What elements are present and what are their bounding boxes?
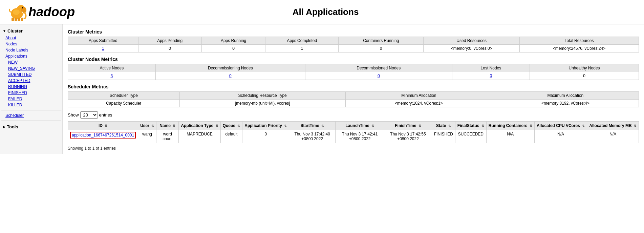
queue-sort-icon[interactable]: ⇅ [237, 124, 240, 128]
cell-final-status: SUCCEEDED [455, 130, 486, 143]
tools-section-header[interactable]: ▶ Tools [0, 123, 62, 131]
col-max-allocation: Maximum Allocation [492, 92, 639, 100]
launch-time-sort-icon[interactable]: ⇅ [371, 124, 374, 128]
showing-note: Showing 1 to 1 of 1 entries [68, 146, 639, 151]
val-unhealthy-nodes: 0 [530, 72, 639, 80]
cluster-arrow-icon: ▼ [3, 29, 6, 33]
col-final-status: FinalStatus ⇅ [455, 122, 486, 130]
final-status-sort-icon[interactable]: ⇅ [481, 124, 484, 128]
cell-finish-time: Thu Nov 3 17:42:55 +0800 2022 [384, 130, 432, 143]
cluster-section: ▼ Cluster About Nodes Node Labels Applic… [0, 27, 62, 119]
col-unhealthy-nodes: Unhealthy Nodes [530, 64, 639, 72]
tools-label: Tools [7, 124, 18, 129]
hadoop-text: hadoop [28, 5, 75, 19]
page-title: All Applications [75, 7, 637, 17]
cell-allocated-cpu: N/A [534, 130, 587, 143]
sidebar-item-about[interactable]: About [0, 35, 62, 41]
logo: hadoop [7, 3, 75, 21]
user-sort-icon[interactable]: ⇅ [151, 124, 154, 128]
cluster-label: Cluster [7, 28, 23, 34]
id-sort-icon[interactable]: ⇅ [105, 124, 107, 128]
cell-running-containers: N/A [486, 130, 534, 143]
allocated-memory-sort-icon[interactable]: ⇅ [634, 124, 637, 128]
col-name: Name ⇅ [156, 122, 179, 130]
apps-table-header-row: ID ⇅ User ⇅ Name ⇅ Application Type ⇅ [68, 122, 639, 130]
app-id-link[interactable]: application_1667467261514_0001 [70, 132, 136, 139]
col-app-type: Application Type ⇅ [179, 122, 220, 130]
main-content: Cluster Metrics Apps Submitted Apps Pend… [63, 24, 644, 154]
cell-user: wang [138, 130, 156, 143]
val-decommissioned-nodes: 0 [305, 72, 452, 80]
val-scheduling-resource-type: [memory-mb (unit=Mi), vcores] [179, 100, 345, 107]
allocated-cpu-sort-icon[interactable]: ⇅ [582, 124, 585, 128]
sidebar-item-new[interactable]: NEW [0, 59, 62, 65]
col-apps-running: Apps Running [201, 37, 265, 45]
entries-label: entries [99, 112, 112, 118]
sidebar-item-killed[interactable]: KILLED [0, 102, 62, 108]
apps-submitted-link[interactable]: 1 [102, 46, 104, 51]
col-decommissioned-nodes: Decommissioned Nodes [305, 64, 452, 72]
col-finish-time: FinishTime ⇅ [384, 122, 432, 130]
col-total-resources: Total Resources [520, 37, 639, 45]
applications-table: ID ⇅ User ⇅ Name ⇅ Application Type ⇅ [68, 121, 639, 143]
tools-section: ▶ Tools [0, 123, 62, 131]
cell-priority: 0 [242, 130, 289, 143]
sidebar-item-submitted[interactable]: SUBMITTED [0, 71, 62, 78]
col-used-resources: Used Resources [424, 37, 520, 45]
sidebar-item-scheduler[interactable]: Scheduler [0, 112, 62, 119]
sidebar-item-node-labels[interactable]: Node Labels [0, 47, 62, 53]
val-decommissioning-nodes: 0 [155, 72, 305, 80]
sidebar-item-nodes[interactable]: Nodes [0, 41, 62, 47]
main-layout: ▼ Cluster About Nodes Node Labels Applic… [0, 24, 644, 154]
scheduler-metrics-title: Scheduler Metrics [68, 84, 639, 89]
cell-app-id: application_1667467261514_0001 [68, 130, 138, 143]
col-allocated-memory: Allocated Memory MB ⇅ [587, 122, 639, 130]
svg-rect-4 [12, 18, 14, 21]
running-containers-sort-icon[interactable]: ⇅ [530, 124, 532, 128]
col-min-allocation: Minimum Allocation [345, 92, 492, 100]
sidebar-item-accepted[interactable]: ACCEPTED [0, 78, 62, 84]
col-active-nodes: Active Nodes [68, 64, 156, 72]
active-nodes-link[interactable]: 3 [111, 73, 113, 78]
scheduler-metrics-table: Scheduler Type Scheduling Resource Type … [68, 91, 639, 107]
finish-time-sort-icon[interactable]: ⇅ [418, 124, 421, 128]
col-containers-running: Containers Running [339, 37, 424, 45]
svg-rect-5 [15, 18, 17, 21]
decommissioned-link[interactable]: 0 [378, 73, 380, 78]
lost-nodes-link[interactable]: 0 [490, 73, 492, 78]
col-scheduling-resource-type: Scheduling Resource Type [179, 92, 345, 100]
sidebar-item-new-saving[interactable]: NEW_SAVING [0, 65, 62, 71]
val-apps-pending: 0 [138, 45, 201, 52]
col-lost-nodes: Lost Nodes [452, 64, 530, 72]
val-apps-running: 0 [201, 45, 265, 52]
cluster-metrics-table: Apps Submitted Apps Pending Apps Running… [68, 37, 639, 52]
col-apps-pending: Apps Pending [138, 37, 201, 45]
sidebar-item-failed[interactable]: FAILED [0, 96, 62, 102]
val-max-allocation: <memory:8192, vCores:4> [492, 100, 639, 107]
col-user: User ⇅ [138, 122, 156, 130]
start-time-sort-icon[interactable]: ⇅ [321, 124, 324, 128]
col-state: State ⇅ [432, 122, 455, 130]
val-total-resources: <memory:24576, vCores:24> [520, 45, 639, 52]
sidebar-divider [1, 110, 61, 110]
sidebar-item-running[interactable]: RUNNING [0, 84, 62, 90]
sidebar-item-applications[interactable]: Applications [0, 53, 62, 59]
cluster-nodes-row: 3 0 0 0 0 [68, 72, 639, 80]
app-type-sort-icon[interactable]: ⇅ [216, 124, 218, 128]
entries-select[interactable]: 10 20 50 100 [80, 111, 98, 119]
state-sort-icon[interactable]: ⇅ [448, 124, 451, 128]
col-allocated-cpu: Allocated CPU VCores ⇅ [534, 122, 587, 130]
cell-app-type: MAPREDUCE [179, 130, 220, 143]
decommissioning-link[interactable]: 0 [229, 73, 232, 78]
priority-sort-icon[interactable]: ⇅ [284, 124, 287, 128]
col-apps-completed: Apps Completed [265, 37, 339, 45]
col-decommissioning-nodes: Decommissioning Nodes [155, 64, 305, 72]
show-entries-control: Show 10 20 50 100 entries [68, 111, 639, 119]
sidebar: ▼ Cluster About Nodes Node Labels Applic… [0, 24, 63, 154]
cluster-section-header[interactable]: ▼ Cluster [0, 27, 62, 35]
val-lost-nodes: 0 [452, 72, 530, 80]
name-sort-icon[interactable]: ⇅ [173, 124, 175, 128]
sidebar-item-finished[interactable]: FINISHED [0, 90, 62, 96]
col-start-time: StartTime ⇅ [289, 122, 336, 130]
col-scheduler-type: Scheduler Type [68, 92, 180, 100]
